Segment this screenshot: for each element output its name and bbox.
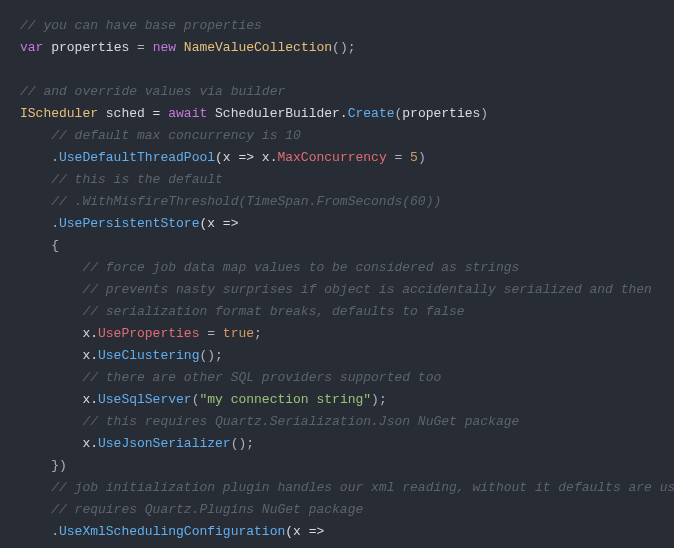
text: SchedulerBuilder. — [207, 106, 347, 121]
comment: // this requires Quartz.Serialization.Js… — [20, 414, 519, 429]
method: UseClustering — [98, 348, 199, 363]
punct: ) — [480, 106, 488, 121]
string: "my connection string" — [199, 392, 371, 407]
comment: // default max concurrency is 10 — [20, 128, 301, 143]
property: MaxConcurrency — [277, 150, 386, 165]
text: x. — [20, 436, 98, 451]
lambda: (x => — [199, 216, 238, 231]
brace: }) — [20, 458, 67, 473]
keyword-var: var — [20, 40, 43, 55]
number: 5 — [410, 150, 418, 165]
text: x. — [20, 392, 98, 407]
method: UsePersistentStore — [59, 216, 199, 231]
comment: // there are other SQL providers support… — [20, 370, 441, 385]
keyword-await: await — [168, 106, 207, 121]
boolean: true — [223, 326, 254, 341]
method: UseDefaultThreadPool — [59, 150, 215, 165]
comment: // and override values via builder — [20, 84, 285, 99]
punct: ); — [371, 392, 387, 407]
method: UseSqlServer — [98, 392, 192, 407]
operator: = — [199, 326, 222, 341]
comment: // you can have base properties — [20, 18, 262, 33]
lambda: (x => x. — [215, 150, 277, 165]
property: UseProperties — [98, 326, 199, 341]
punct: . — [20, 524, 59, 539]
method: UseXmlSchedulingConfiguration — [59, 524, 285, 539]
punct: . — [20, 150, 59, 165]
comment: // serialization format breaks, defaults… — [20, 304, 465, 319]
comment: // .WithMisfireThreshold(TimeSpan.FromSe… — [20, 194, 441, 209]
operator: = — [129, 40, 152, 55]
punct: ) — [418, 150, 426, 165]
comment: // requires Quartz.Plugins NuGet package — [20, 502, 363, 517]
lambda: (x => — [285, 524, 324, 539]
punct: . — [20, 216, 59, 231]
punct: (); — [231, 436, 254, 451]
variable: sched = — [98, 106, 168, 121]
punct: (); — [199, 348, 222, 363]
brace: { — [20, 238, 59, 253]
code-block: // you can have base properties var prop… — [20, 15, 654, 543]
keyword-new: new — [153, 40, 176, 55]
comment: // this is the default — [20, 172, 223, 187]
type-name: IScheduler — [20, 106, 98, 121]
variable: properties — [51, 40, 129, 55]
method-create: Create — [348, 106, 395, 121]
punct: ; — [254, 326, 262, 341]
text: x. — [20, 326, 98, 341]
text: x. — [20, 348, 98, 363]
type-name: NameValueCollection — [184, 40, 332, 55]
punct: (); — [332, 40, 355, 55]
method: UseJsonSerializer — [98, 436, 231, 451]
comment: // job initialization plugin handles our… — [20, 480, 674, 495]
arg: properties — [402, 106, 480, 121]
comment: // prevents nasty surprises if object is… — [20, 282, 652, 297]
operator: = — [387, 150, 410, 165]
comment: // force job data map values to be consi… — [20, 260, 519, 275]
